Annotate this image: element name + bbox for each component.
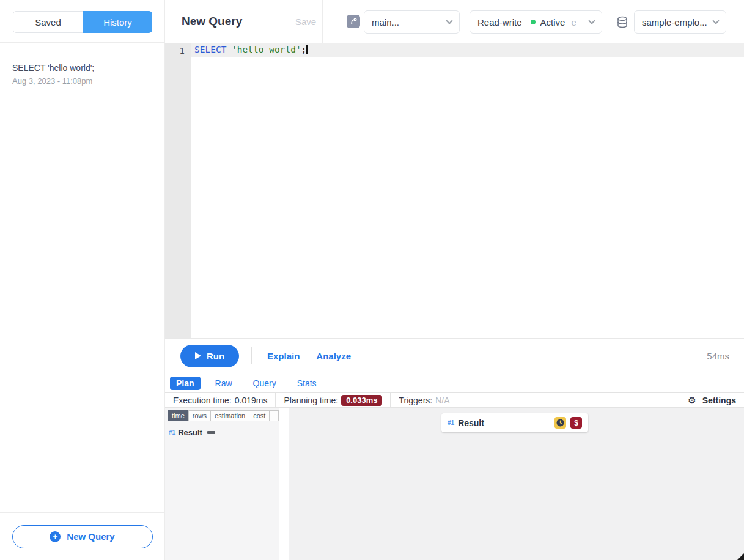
plan-node-result[interactable]: #1 Result $	[441, 413, 588, 432]
branch-dropdown[interactable]: main...	[364, 10, 460, 34]
new-query-button[interactable]: + New Query	[12, 525, 153, 548]
header-divider	[322, 0, 323, 43]
plan-node-badges: $	[554, 417, 582, 429]
main-panel: New Query Save main... Read-write Active…	[165, 0, 744, 560]
run-button[interactable]: Run	[180, 345, 239, 367]
save-button[interactable]: Save	[295, 17, 316, 27]
dollar-icon[interactable]: $	[570, 417, 582, 429]
gear-icon: ⚙	[688, 395, 696, 406]
play-icon	[195, 352, 201, 359]
query-tool-app: Saved History SELECT 'hello world'; Aug …	[0, 0, 744, 560]
sql-string: 'hello world'	[226, 45, 301, 54]
database-icon	[616, 15, 629, 31]
plan-row-name: Result	[178, 428, 202, 437]
column-tab-time[interactable]: time	[168, 410, 189, 421]
editor-gutter: 1	[165, 43, 191, 338]
execution-time-value: 0.019ms	[235, 396, 268, 405]
window-resize-handle[interactable]	[737, 553, 744, 560]
column-tab-estimation[interactable]: estimation	[210, 410, 249, 421]
planning-time-stat: Planning time: 0.033ms	[276, 395, 390, 406]
tab-saved[interactable]: Saved	[13, 11, 83, 33]
plan-tree-row[interactable]: #1 Result	[168, 428, 279, 437]
database-dropdown-value: sample-emplo...	[642, 17, 707, 28]
line-number: 1	[180, 46, 185, 56]
plan-row-time-bar	[207, 431, 215, 434]
history-timestamp: Aug 3, 2023 - 11:08pm	[12, 76, 152, 86]
settings-button[interactable]: ⚙ Settings	[680, 395, 744, 406]
history-query-text: SELECT 'hello world';	[12, 63, 152, 73]
column-tab-cost[interactable]: cost	[249, 410, 270, 421]
plan-row-id: #1	[169, 429, 175, 436]
plan-node-name: Result	[458, 418, 484, 428]
run-toolbar: Run Explain Analyze 54ms	[165, 338, 744, 373]
plus-icon: +	[50, 531, 61, 542]
mode-label: Read-write	[477, 17, 522, 28]
plan-node-id: #1	[448, 419, 454, 426]
plan-area: time rows estimation cost #1 Result #1	[165, 408, 744, 560]
explain-button[interactable]: Explain	[267, 351, 300, 361]
column-tab-extra[interactable]	[269, 410, 279, 421]
tab-history[interactable]: History	[83, 11, 152, 33]
share-icon[interactable]	[347, 15, 360, 28]
sql-editor[interactable]: 1 SELECT 'hello world';	[165, 43, 744, 338]
execution-time-stat: Execution time: 0.019ms	[165, 396, 275, 405]
chevron-down-icon	[446, 17, 452, 24]
plan-tree-pane: time rows estimation cost #1 Result	[165, 408, 279, 560]
tab-plan[interactable]: Plan	[170, 377, 201, 390]
pane-resize-handle[interactable]	[282, 465, 284, 493]
sql-keyword: SELECT	[194, 45, 226, 54]
status-label: Active	[540, 17, 565, 28]
plan-column-tabs: time rows estimation cost	[168, 410, 279, 421]
history-list-item[interactable]: SELECT 'hello world'; Aug 3, 2023 - 11:0…	[0, 43, 164, 86]
stats-bar: Execution time: 0.019ms Planning time: 0…	[165, 392, 744, 408]
tab-stats[interactable]: Stats	[291, 377, 323, 390]
execution-time-label: Execution time:	[173, 396, 232, 405]
query-duration: 54ms	[707, 351, 729, 361]
sql-punct: ;	[301, 45, 307, 54]
saved-history-toggle: Saved History	[13, 11, 152, 33]
pane-gap	[279, 408, 289, 560]
chevron-down-icon	[588, 17, 595, 24]
planning-time-badge: 0.033ms	[341, 395, 382, 406]
sidebar: Saved History SELECT 'hello world'; Aug …	[0, 0, 165, 560]
status-dot-icon	[531, 20, 536, 24]
triggers-value: N/A	[435, 396, 449, 405]
analyze-button[interactable]: Analyze	[316, 351, 351, 361]
sidebar-footer: + New Query	[0, 512, 164, 560]
database-dropdown[interactable]: sample-emplo...	[634, 10, 726, 34]
chevron-down-icon	[712, 17, 719, 24]
triggers-label: Triggers:	[399, 396, 432, 405]
settings-label: Settings	[702, 396, 736, 405]
mode-truncated-text: e	[571, 17, 576, 28]
text-cursor	[306, 45, 308, 54]
query-title: New Query	[182, 15, 242, 28]
toolbar-divider	[251, 347, 252, 364]
branch-dropdown-value: main...	[372, 17, 399, 28]
editor-header: New Query Save main... Read-write Active…	[165, 0, 744, 43]
results-tabs: Plan Raw Query Stats	[165, 374, 331, 392]
run-button-label: Run	[207, 351, 224, 361]
settings-segment: ⚙ Settings	[679, 395, 744, 406]
clock-icon[interactable]	[554, 417, 566, 429]
new-query-button-label: New Query	[67, 531, 114, 542]
plan-canvas[interactable]: #1 Result $	[289, 408, 744, 560]
column-tab-rows[interactable]: rows	[188, 410, 211, 421]
tab-raw[interactable]: Raw	[209, 377, 238, 390]
triggers-stat: Triggers: N/A	[391, 396, 457, 405]
connection-mode-dropdown[interactable]: Read-write Active e	[470, 10, 602, 34]
tab-query[interactable]: Query	[247, 377, 282, 390]
planning-time-label: Planning time:	[284, 396, 338, 405]
sidebar-header: Saved History	[0, 0, 164, 43]
code-line[interactable]: SELECT 'hello world';	[194, 45, 308, 54]
